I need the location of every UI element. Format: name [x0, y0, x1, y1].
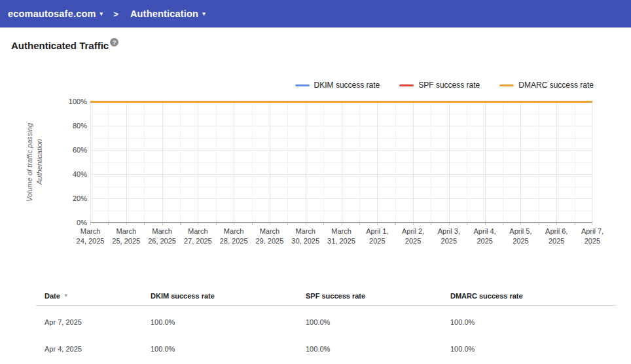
column-header-date[interactable]: Date▼: [45, 292, 151, 300]
x-tick-label: April 7, 2025: [573, 227, 612, 246]
v-gridline: [306, 101, 306, 222]
x-tick-label: April 5, 2025: [501, 227, 540, 246]
x-axis-tick-mark: [431, 223, 431, 225]
y-axis-title-line-1: Volume of traffic passing: [25, 105, 34, 219]
table-body: Apr 7, 2025100.0%100.0%100.0%Apr 4, 2025…: [36, 306, 616, 362]
x-axis-tick-mark: [342, 223, 342, 225]
legend-label: DKIM success rate: [314, 81, 380, 90]
x-axis-tick-mark: [323, 223, 324, 225]
y-tick-label: 80%: [55, 121, 87, 130]
x-tick-label: April 3, 2025: [429, 227, 469, 246]
x-axis-tick-mark: [503, 223, 503, 225]
v-gridline: [485, 101, 486, 222]
x-axis-tick-mark: [359, 223, 360, 225]
column-header-dmarc-success-rate: DMARC success rate: [450, 292, 616, 300]
chart-legend: DKIM success rateSPF success rateDMARC s…: [295, 81, 594, 90]
x-tick-label: April 4, 2025: [465, 227, 505, 246]
column-header-label: SPF success rate: [306, 292, 365, 300]
v-gridline-minor: [539, 101, 539, 222]
plot-area: [90, 101, 592, 223]
sort-desc-icon[interactable]: ▼: [63, 293, 69, 299]
v-gridline: [126, 101, 127, 222]
page: ecomautosafe.com ▾ > Authentication ▾ Au…: [0, 0, 631, 364]
x-axis-tick-mark: [485, 223, 486, 225]
cell-date: Apr 7, 2025: [45, 318, 151, 326]
x-axis-tick-mark: [216, 223, 217, 225]
y-tick-label: 0%: [55, 218, 87, 227]
v-gridline: [520, 101, 521, 222]
v-gridline-minor: [108, 101, 109, 222]
series-line-dmarc: [90, 101, 592, 103]
domain-selector-label: ecomautosafe.com: [8, 9, 96, 19]
x-axis-tick-mark: [539, 223, 539, 225]
column-header-label: Date: [45, 292, 60, 300]
x-axis-tick-mark: [270, 223, 270, 225]
x-tick-label: April 1, 2025: [357, 227, 397, 246]
x-tick-label: March 24, 2025: [71, 227, 110, 246]
cell-rate: 100.0%: [306, 318, 450, 326]
x-axis-tick-mark: [108, 223, 109, 225]
x-axis-tick-mark: [144, 223, 145, 225]
y-tick-label: 40%: [55, 170, 87, 179]
y-tick-label: 60%: [55, 145, 87, 155]
table-row: Apr 7, 2025100.0%100.0%100.0%: [36, 308, 616, 335]
v-gridline: [162, 101, 163, 222]
breadcrumb-chevron-icon: >: [113, 9, 118, 19]
v-gridline-minor: [144, 101, 145, 222]
auth-rates-table: Date▼DKIM success rateSPF success rateDM…: [36, 286, 616, 362]
topbar: ecomautosafe.com ▾ > Authentication ▾: [0, 0, 631, 27]
v-gridline: [413, 101, 414, 222]
cell-rate: 100.0%: [151, 318, 306, 326]
legend-line-swatch: [499, 84, 514, 86]
table-row: Apr 4, 2025100.0%100.0%100.0%: [36, 335, 616, 362]
section-selector[interactable]: Authentication ▾: [130, 9, 206, 19]
x-tick-label: March 30, 2025: [286, 227, 325, 246]
x-tick-label: March 28, 2025: [214, 227, 253, 246]
x-axis-tick-mark: [413, 223, 414, 225]
y-tick-label: 20%: [55, 194, 87, 203]
column-header-label: DKIM success rate: [151, 292, 215, 300]
legend-line-swatch: [399, 84, 414, 86]
v-gridline: [198, 101, 198, 222]
legend-item: DKIM success rate: [295, 81, 380, 90]
caret-down-icon: ▾: [202, 10, 206, 17]
v-gridline-minor: [467, 101, 467, 222]
v-gridline-minor: [323, 101, 324, 222]
x-axis-tick-mark: [395, 223, 396, 225]
legend-label: SPF success rate: [418, 81, 480, 90]
x-tick-label: March 26, 2025: [143, 227, 182, 246]
cell-rate: 100.0%: [306, 345, 450, 353]
v-gridline: [270, 101, 270, 222]
x-axis-tick-mark: [592, 223, 592, 225]
legend-item: DMARC success rate: [499, 81, 594, 90]
x-axis-tick-mark: [306, 223, 306, 225]
v-gridline-minor: [431, 101, 431, 222]
v-gridline: [377, 101, 378, 222]
x-tick-label: March 31, 2025: [322, 227, 361, 246]
x-tick-label: March 27, 2025: [178, 227, 217, 246]
v-gridline-minor: [503, 101, 503, 222]
caret-down-icon: ▾: [100, 10, 103, 17]
x-axis-tick-mark: [252, 223, 253, 225]
legend-item: SPF success rate: [399, 81, 480, 90]
v-gridline: [449, 101, 450, 222]
column-header-dkim-success-rate: DKIM success rate: [151, 292, 306, 300]
x-tick-label: March 29, 2025: [250, 227, 289, 246]
v-gridline: [90, 101, 91, 222]
v-gridline: [592, 101, 592, 222]
x-axis-tick-mark: [575, 223, 575, 225]
v-gridline-minor: [395, 101, 396, 222]
v-gridline-minor: [180, 101, 181, 222]
x-tick-label: April 2, 2025: [393, 227, 433, 246]
x-axis-tick-mark: [556, 223, 557, 225]
v-gridline-minor: [252, 101, 253, 222]
help-icon[interactable]: ?: [110, 38, 118, 46]
column-header-label: DMARC success rate: [450, 292, 523, 300]
title-row: Authenticated Traffic ?: [11, 40, 118, 51]
domain-selector[interactable]: ecomautosafe.com ▾: [8, 9, 103, 19]
x-axis-tick-mark: [90, 223, 91, 225]
cell-rate: 100.0%: [450, 318, 616, 326]
column-header-spf-success-rate: SPF success rate: [306, 292, 450, 300]
x-axis-tick-mark: [287, 223, 288, 225]
cell-rate: 100.0%: [450, 345, 616, 353]
